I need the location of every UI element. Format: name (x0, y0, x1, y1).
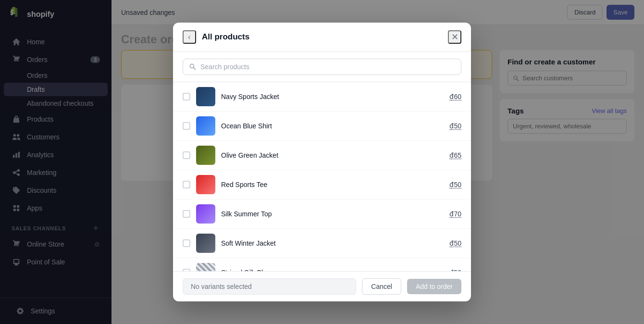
modal-back-button[interactable]: ‹ (183, 30, 196, 44)
product-name: Red Sports Tee (221, 181, 444, 188)
product-list-item[interactable]: Soft Winter Jacket ₫50 (173, 229, 471, 258)
product-checkbox[interactable] (183, 181, 190, 188)
product-thumbnail (196, 87, 215, 106)
product-checkbox[interactable] (183, 210, 190, 218)
modal-title: All products (202, 32, 442, 42)
product-price: ₫50 (449, 239, 461, 247)
search-input-wrapper (183, 59, 461, 75)
product-list-item[interactable]: Silk Summer Top ₫70 (173, 199, 471, 229)
modal-footer: No variants selected Cancel Add to order (173, 271, 471, 301)
product-price: ₫50 (449, 269, 461, 271)
products-modal: ‹ All products ✕ Navy Sports Jacket ₫60 … (173, 23, 471, 301)
cancel-button[interactable]: Cancel (362, 278, 401, 295)
product-price: ₫50 (449, 122, 461, 130)
modal-overlay: ‹ All products ✕ Navy Sports Jacket ₫60 … (0, 0, 644, 324)
product-name: Striped Silk Blouse (221, 269, 444, 271)
product-price: ₫70 (449, 210, 461, 218)
product-checkbox[interactable] (183, 93, 190, 100)
product-price: ₫65 (449, 151, 461, 159)
product-list-item[interactable]: Olive Green Jacket ₫65 (173, 141, 471, 170)
product-name: Silk Summer Top (221, 210, 444, 218)
product-name: Olive Green Jacket (221, 151, 444, 159)
product-price: ₫60 (449, 93, 461, 100)
product-checkbox[interactable] (183, 239, 190, 247)
modal-search-area (173, 52, 471, 82)
no-variants-badge: No variants selected (183, 278, 356, 295)
product-thumbnail (196, 263, 215, 271)
product-price: ₫50 (449, 181, 461, 188)
product-name: Soft Winter Jacket (221, 239, 444, 247)
product-checkbox[interactable] (183, 122, 190, 130)
modal-header: ‹ All products ✕ (173, 23, 471, 52)
product-checkbox[interactable] (183, 269, 190, 271)
product-name: Ocean Blue Shirt (221, 122, 444, 130)
product-list-item[interactable]: Navy Sports Jacket ₫60 (173, 82, 471, 112)
product-thumbnail (196, 234, 215, 253)
product-thumbnail (196, 116, 215, 136)
product-search-input[interactable] (200, 63, 455, 71)
product-thumbnail (196, 146, 215, 165)
modal-close-button[interactable]: ✕ (448, 30, 461, 44)
add-to-order-button[interactable]: Add to order (407, 279, 461, 294)
product-thumbnail (196, 175, 215, 194)
search-icon (189, 63, 197, 71)
product-checkbox[interactable] (183, 151, 190, 159)
product-list-item[interactable]: Striped Silk Blouse ₫50 (173, 258, 471, 271)
product-thumbnail (196, 204, 215, 224)
products-list: Navy Sports Jacket ₫60 Ocean Blue Shirt … (173, 82, 471, 271)
product-list-item[interactable]: Red Sports Tee ₫50 (173, 170, 471, 199)
product-name: Navy Sports Jacket (221, 93, 444, 100)
product-list-item[interactable]: Ocean Blue Shirt ₫50 (173, 112, 471, 141)
